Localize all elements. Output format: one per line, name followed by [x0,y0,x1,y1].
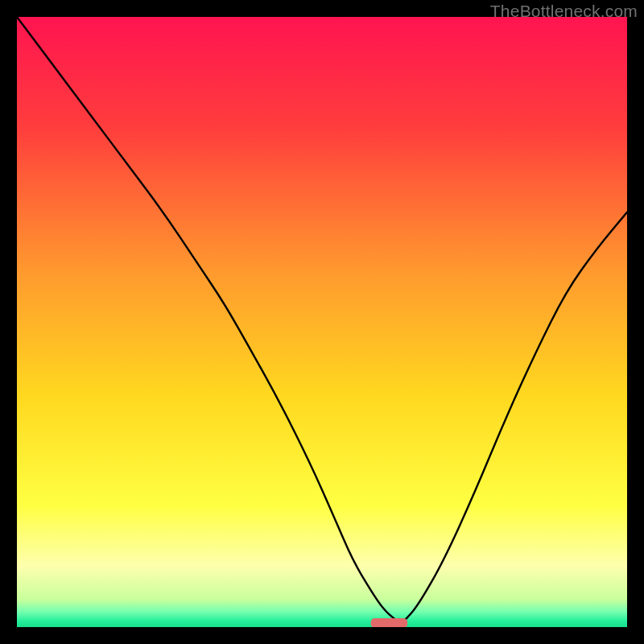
gradient-background [17,17,627,627]
chart-frame: TheBottleneck.com [0,0,644,644]
optimal-range-marker [371,618,407,627]
bottleneck-chart-svg [17,17,627,627]
plot-area [17,17,627,627]
